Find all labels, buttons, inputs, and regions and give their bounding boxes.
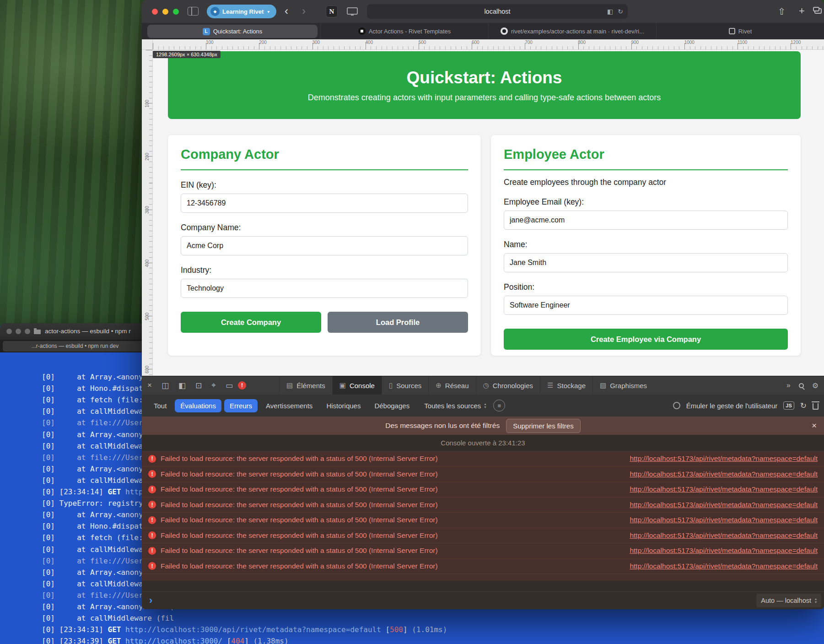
dock-side-icon[interactable]: ◫ bbox=[162, 381, 169, 390]
employee-email-input[interactable] bbox=[504, 211, 788, 230]
error-source-link[interactable]: http://localhost:5173/api/rivet/metadata… bbox=[630, 470, 818, 478]
load-profile-button[interactable]: Load Profile bbox=[328, 312, 468, 333]
console-error-row: ! Failed to load resource: the server re… bbox=[142, 482, 824, 498]
terminal-text-segment: [0] bbox=[42, 637, 59, 644]
window-zoom-button[interactable] bbox=[173, 9, 179, 15]
ruler-corner bbox=[142, 39, 153, 50]
terminal-close-button[interactable] bbox=[6, 329, 12, 334]
chevron-updown-icon: ▴▾ bbox=[815, 597, 817, 604]
filtered-messages-banner: Des messages non lus ont été filtrés Sup… bbox=[142, 417, 824, 435]
graphics[interactable]: ▨ Graphismes bbox=[592, 376, 654, 395]
execution-context-selector[interactable]: Auto — localhost ▴▾ bbox=[756, 594, 821, 607]
error-icon: ! bbox=[148, 501, 156, 509]
folder-icon bbox=[34, 330, 41, 334]
industry-input[interactable] bbox=[181, 279, 468, 298]
terminal-window-title: actor-actions — esbuild • npm r bbox=[45, 323, 131, 340]
error-source-link[interactable]: http://localhost:5173/api/rivet/metadata… bbox=[630, 501, 818, 509]
network[interactable]: ⊕ Réseau bbox=[428, 376, 475, 395]
create-company-button[interactable]: Create Company bbox=[181, 312, 321, 333]
filter-pill[interactable]: Tout bbox=[148, 399, 172, 412]
elements[interactable]: ▤ Éléments bbox=[279, 376, 332, 395]
tab-icon: ☰ bbox=[547, 381, 553, 390]
tab-label: Quickstart: Actions bbox=[213, 28, 263, 35]
browser-tab[interactable]: Rivet bbox=[656, 23, 824, 39]
trash-icon[interactable] bbox=[813, 403, 819, 410]
storage[interactable]: ☰ Stockage bbox=[540, 376, 592, 395]
create-employee-button[interactable]: Create Employee via Company bbox=[504, 329, 788, 350]
privacy-icon[interactable]: ◧ bbox=[607, 8, 613, 15]
dock-bottom-icon[interactable]: ◧ bbox=[178, 381, 186, 390]
share-icon[interactable]: ⇧ bbox=[778, 6, 786, 17]
terminal-text-segment: [0] bbox=[42, 487, 59, 496]
error-source-link[interactable]: http://localhost:5173/api/rivet/metadata… bbox=[630, 516, 818, 524]
terminal-tab[interactable]: ...r-actions — esbuild • npm run dev bbox=[3, 341, 154, 352]
filter-pill[interactable]: Avertissements bbox=[260, 399, 318, 412]
clear-reload-icon[interactable]: ↻ bbox=[800, 401, 807, 411]
remove-filters-button[interactable]: Supprimer les filtres bbox=[506, 419, 581, 433]
web-inspector: ×◫◧⊡⌖▭ ! ▤ Éléments ▣ Console ▯ Sources bbox=[142, 376, 824, 609]
page-subtitle: Demonstrates creating actors with input … bbox=[308, 93, 661, 103]
error-source-link[interactable]: http://localhost:5173/api/rivet/metadata… bbox=[630, 547, 818, 555]
notion-extension-icon[interactable]: N bbox=[326, 5, 338, 17]
filter-pill[interactable]: Historiques bbox=[321, 399, 366, 412]
address-bar[interactable]: localhost ◧ ↻ bbox=[367, 4, 628, 19]
filter-pill[interactable]: Évaluations bbox=[175, 399, 221, 412]
reload-icon[interactable]: ↻ bbox=[618, 8, 623, 15]
terminal-zoom-button[interactable] bbox=[25, 329, 30, 334]
window-close-button[interactable] bbox=[152, 9, 158, 15]
device-icon[interactable]: ▭ bbox=[226, 381, 233, 390]
terminal-minimize-button[interactable] bbox=[16, 329, 21, 334]
console-prompt[interactable]: › bbox=[142, 591, 824, 609]
window-minimize-button[interactable] bbox=[162, 9, 168, 15]
banner-text: Des messages non lus ont été filtrés bbox=[385, 422, 500, 430]
close-icon[interactable]: × bbox=[147, 381, 152, 390]
ein-input[interactable] bbox=[181, 194, 468, 213]
emulate-user-gesture-checkbox[interactable] bbox=[673, 402, 680, 409]
position-input[interactable] bbox=[504, 296, 788, 315]
responsive-mode-icon[interactable] bbox=[347, 7, 358, 15]
company-name-input[interactable] bbox=[181, 236, 468, 255]
gear-icon[interactable]: ⚙ bbox=[812, 381, 819, 390]
error-source-link[interactable]: http://localhost:5173/api/rivet/metadata… bbox=[630, 455, 818, 463]
tab-icon: ▯ bbox=[389, 381, 393, 390]
filter-pill[interactable]: Débogages bbox=[369, 399, 415, 412]
ruler-mark: 400 bbox=[145, 260, 150, 267]
console-messages: ! Failed to load resource: the server re… bbox=[142, 451, 824, 574]
tab-icon: ⊕ bbox=[436, 381, 442, 390]
back-button[interactable]: ‹ bbox=[285, 4, 288, 18]
forward-button[interactable]: › bbox=[302, 4, 306, 18]
terminal-text-segment: [ bbox=[381, 625, 390, 634]
ruler-mark-wrap: 100 bbox=[142, 103, 152, 156]
search-icon[interactable] bbox=[799, 383, 804, 388]
inspector-tab-label: Éléments bbox=[296, 382, 325, 390]
filter-pill[interactable]: Erreurs bbox=[224, 399, 258, 412]
timelines[interactable]: ◷ Chronologies bbox=[476, 376, 540, 395]
employee-name-input[interactable] bbox=[504, 253, 788, 272]
ruler-mark: 600 bbox=[145, 366, 150, 373]
filter-options-icon[interactable]: ≡ bbox=[493, 400, 505, 411]
element-picker-icon[interactable]: ⌖ bbox=[211, 381, 216, 390]
sources-dropdown[interactable]: Toutes les sources ▴▾ bbox=[424, 402, 486, 410]
error-source-link[interactable]: http://localhost:5173/api/rivet/metadata… bbox=[630, 562, 818, 570]
browser-tab[interactable]: L Quickstart: Actions bbox=[147, 25, 318, 38]
tab-overview-icon[interactable] bbox=[814, 8, 822, 14]
browser-tab[interactable]: Actor Actions - Rivet Templates bbox=[320, 23, 488, 39]
sidebar-toggle-icon[interactable] bbox=[188, 7, 199, 16]
ruler-mark: 200 bbox=[259, 40, 312, 45]
new-tab-button[interactable]: + bbox=[799, 5, 805, 17]
tab-group-button[interactable]: ◆ Learning Rivet ▾ bbox=[207, 5, 276, 18]
separate-window-icon[interactable]: ⊡ bbox=[195, 381, 202, 390]
error-source-link[interactable]: http://localhost:5173/api/rivet/metadata… bbox=[630, 531, 818, 540]
error-count-badge[interactable]: ! bbox=[238, 381, 246, 390]
clipped-error-row bbox=[142, 574, 824, 580]
vertical-ruler: 100200300400500600 bbox=[142, 50, 153, 376]
console[interactable]: ▣ Console bbox=[332, 376, 382, 395]
sources[interactable]: ▯ Sources bbox=[382, 376, 428, 395]
more-tabs-icon[interactable]: » bbox=[786, 381, 791, 390]
error-message: Failed to load resource: the server resp… bbox=[161, 470, 438, 478]
browser-tab[interactable]: rivet/examples/actor-actions at main · r… bbox=[488, 23, 656, 39]
error-source-link[interactable]: http://localhost:5173/api/rivet/metadata… bbox=[630, 485, 818, 493]
banner-close-icon[interactable]: × bbox=[812, 417, 817, 435]
terminal-text-segment: ] bbox=[244, 637, 249, 644]
javascript-context-icon[interactable]: JS bbox=[783, 401, 794, 410]
